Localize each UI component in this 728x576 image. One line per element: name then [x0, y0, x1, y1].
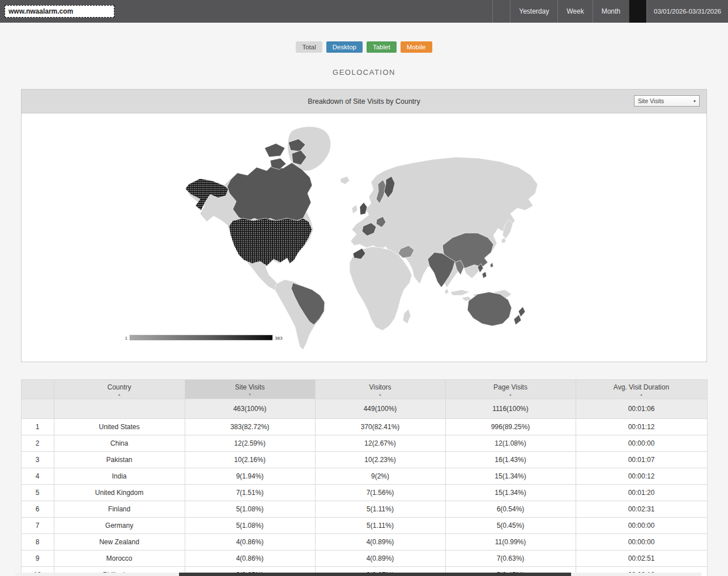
table-cell: 15(1.34%): [445, 468, 576, 485]
metric-select-value: Site Visits: [638, 98, 664, 104]
chevron-down-icon: ▾: [693, 99, 696, 104]
totals-cell: [21, 399, 54, 419]
table-cell: 00:01:12: [576, 419, 707, 435]
table-cell: 4(0.86%): [185, 550, 315, 567]
table-cell: 10(2.16%): [185, 452, 315, 468]
totals-cell: 449(100%): [315, 399, 445, 419]
range-month-button[interactable]: Month: [593, 0, 629, 23]
table-cell: New Zealand: [54, 534, 185, 550]
table-cell: 7: [21, 518, 54, 534]
table-row: 8New Zealand4(0.86%)4(0.89%)11(0.99%)00:…: [21, 534, 707, 550]
page-title: GEOLOCATION: [0, 68, 728, 77]
table-cell: 00:01:07: [576, 452, 707, 468]
totals-cell: 1116(100%): [445, 399, 576, 419]
table-cell: 4(0.89%): [315, 550, 445, 567]
device-filters: TotalDesktopTabletMobile: [0, 23, 728, 53]
table-cell: 10(2.23%): [315, 452, 445, 468]
table-cell: Germany: [54, 518, 185, 534]
range-yesterday-button[interactable]: Yesterday: [510, 0, 557, 23]
filter-desktop-button[interactable]: Desktop: [326, 41, 363, 53]
table-horizontal-scrollbar[interactable]: [15, 573, 701, 576]
table-cell: 1: [21, 419, 54, 435]
sort-desc-icon: ▼: [185, 393, 315, 397]
table-cell: Finland: [54, 501, 185, 518]
table-cell: 5: [21, 485, 54, 501]
column-header-site-visits[interactable]: Site Visits▼: [185, 380, 315, 399]
table-cell: 12(1.08%): [445, 435, 576, 452]
table-cell: 00:02:31: [576, 501, 707, 518]
table-row: 4India9(1.94%)9(2%)15(1.34%)00:00:12: [21, 468, 707, 485]
map-panel-title: Breakdown of Site Visits by Country: [308, 98, 420, 105]
table-cell: 5(0.45%): [445, 518, 576, 534]
table-cell: Morocco: [54, 550, 185, 567]
legend-min-label: 1: [125, 336, 128, 341]
legend-max-label: 383: [275, 336, 283, 341]
table-cell: 2: [21, 435, 54, 452]
date-range-label[interactable]: 03/01/2026-03/31/2026: [646, 0, 728, 23]
column-header-country[interactable]: Country▲: [54, 380, 185, 399]
table-cell: 15(1.34%): [445, 485, 576, 501]
site-url-input[interactable]: [5, 5, 114, 18]
table-cell: 8: [21, 534, 54, 550]
table-cell: 00:00:00: [576, 534, 707, 550]
column-header-page-visits[interactable]: Page Visits▲: [445, 380, 576, 399]
map-legend: 1 383: [125, 335, 283, 341]
table-cell: 9(1.94%): [185, 468, 315, 485]
range-week-button[interactable]: Week: [557, 0, 592, 23]
sort-asc-icon: ▲: [446, 393, 576, 397]
table-cell: 5(1.08%): [185, 501, 315, 518]
table-cell: 5(1.08%): [185, 518, 315, 534]
table-cell: 5(1.11%): [315, 518, 445, 534]
totals-cell: 00:01:06: [576, 399, 707, 419]
table-cell: India: [54, 468, 185, 485]
table-cell: 7(0.63%): [445, 550, 576, 567]
country-canada[interactable]: [227, 139, 312, 222]
table-cell: 00:00:12: [576, 468, 707, 485]
country-philippines[interactable]: [478, 264, 487, 278]
table-row: 6Finland5(1.08%)5(1.11%)6(0.54%)00:02:31: [21, 501, 707, 518]
map-panel-header: Breakdown of Site Visits by Country Site…: [22, 90, 706, 113]
table-row: 2China12(2.59%)12(2.67%)12(1.08%)00:00:0…: [21, 435, 707, 452]
table-cell: 00:00:00: [576, 518, 707, 534]
table-cell: 7(1.56%): [315, 485, 445, 501]
no-icon: [22, 389, 54, 393]
sort-asc-icon: ▲: [316, 393, 445, 397]
table-header-row: Country▲Site Visits▼Visitors▲Page Visits…: [21, 380, 707, 399]
table-totals-row: 463(100%)449(100%)1116(100%)00:01:06: [21, 399, 707, 419]
table-body: 1United States383(82.72%)370(82.41%)996(…: [21, 419, 707, 576]
column-header-avg-visit-duration[interactable]: Avg. Visit Duration▲: [576, 380, 707, 399]
table-cell: 6: [21, 501, 54, 518]
totals-cell: 463(100%): [185, 399, 315, 419]
table-cell: 00:02:51: [576, 550, 707, 567]
table-row: 5United Kingdom7(1.51%)7(1.56%)15(1.34%)…: [21, 485, 707, 501]
metric-select[interactable]: Site Visits ▾: [634, 95, 700, 107]
topbar: Yesterday Week Month 03/01/2026-03/31/20…: [0, 0, 728, 23]
column-header-index: [21, 380, 54, 399]
filter-mobile-button[interactable]: Mobile: [401, 41, 432, 53]
table-cell: 16(1.43%): [445, 452, 576, 468]
country-new-zealand[interactable]: [514, 307, 525, 325]
totals-cell: [54, 399, 185, 419]
scrollbar-thumb[interactable]: [179, 573, 571, 576]
filter-total-button[interactable]: Total: [296, 41, 322, 53]
filter-tablet-button[interactable]: Tablet: [367, 41, 397, 53]
email-report-button[interactable]: [492, 0, 510, 23]
table-cell: 00:01:20: [576, 485, 707, 501]
country-united-kingdom[interactable]: [360, 202, 367, 215]
table-cell: 12(2.67%): [315, 435, 445, 452]
calendar-button[interactable]: [629, 0, 646, 23]
sort-asc-icon: ▲: [576, 393, 707, 397]
table-row: 9Morocco4(0.86%)4(0.89%)7(0.63%)00:02:51: [21, 550, 707, 567]
table-cell: 9: [21, 550, 54, 567]
table-cell: 12(2.59%): [185, 435, 315, 452]
table-cell: 996(89.25%): [445, 419, 576, 435]
world-map[interactable]: 1 383: [22, 113, 706, 362]
map-panel: Breakdown of Site Visits by Country Site…: [21, 89, 707, 362]
table-cell: 9(2%): [315, 468, 445, 485]
table-cell: 6(0.54%): [445, 501, 576, 518]
table-cell: China: [54, 435, 185, 452]
table-row: 7Germany5(1.08%)5(1.11%)5(0.45%)00:00:00: [21, 518, 707, 534]
column-header-visitors[interactable]: Visitors▲: [315, 380, 445, 399]
table-row: 3Pakistan10(2.16%)10(2.23%)16(1.43%)00:0…: [21, 452, 707, 468]
sort-asc-icon: ▲: [54, 393, 185, 397]
